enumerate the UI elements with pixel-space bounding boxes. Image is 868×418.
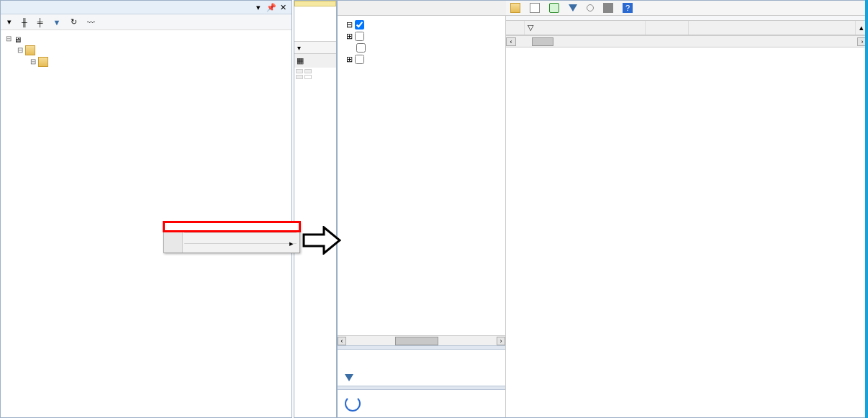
folder-icon (38, 57, 48, 67)
col-message[interactable] (689, 21, 856, 35)
grid-scrollbar[interactable]: ‹ › (506, 35, 867, 47)
log-viewer-left-column: ⊟ ⊞ ⊞ ‹ › (338, 16, 506, 417)
context-refresh[interactable] (164, 245, 299, 253)
scroll-right-icon[interactable]: › (497, 337, 505, 345)
folder-open-icon (510, 3, 520, 13)
collapse-icon[interactable]: ⊟ (346, 20, 353, 29)
context-menu: ▸ (163, 222, 300, 253)
zoom-level[interactable]: ▾ (294, 41, 336, 53)
status-body (338, 350, 505, 386)
help-icon: ? (623, 3, 633, 13)
load-log-button[interactable] (510, 3, 523, 13)
col-source[interactable] (646, 21, 689, 35)
checkbox-agent[interactable] (355, 32, 364, 41)
results-col-header[interactable] (304, 69, 312, 73)
sql-server-logs-node[interactable]: ⊟ (2, 56, 290, 68)
management-node[interactable]: ⊟ (2, 45, 290, 56)
expand-icon[interactable]: ⊞ (346, 32, 353, 41)
query-pane: ▾ ▦ (294, 0, 337, 418)
server-icon: 🖥 (14, 34, 24, 44)
results-grid (294, 68, 313, 81)
tree-sql-server[interactable]: ⊟ (340, 19, 502, 30)
context-view-sql-server-log[interactable] (163, 221, 301, 232)
log-file-viewer: ? ⊟ ⊞ ⊞ ‹ › ▽ (337, 0, 868, 418)
search-icon (587, 4, 594, 12)
select-logs-tree[interactable]: ⊟ ⊞ ⊞ (338, 16, 505, 68)
refresh-button[interactable] (549, 3, 561, 13)
pane-buttons: ▾ 📌 ✕ (253, 3, 287, 12)
expand-icon[interactable]: ⊞ (346, 55, 353, 64)
tree-sql-server-agent[interactable]: ⊞ (340, 30, 502, 42)
results-tab[interactable]: ▦ (294, 53, 336, 68)
export-button[interactable] (530, 3, 542, 13)
checkbox-dbmail[interactable] (356, 43, 366, 53)
selected-row-details (506, 47, 867, 62)
object-explorer-tree[interactable]: ⊟🖥 ⊟ ⊟ (1, 30, 291, 71)
filter-button[interactable] (569, 4, 579, 12)
scroll-left-icon[interactable]: ‹ (506, 37, 516, 46)
activity-icon[interactable]: 〰 (85, 17, 97, 27)
close-icon[interactable]: ✕ (279, 3, 287, 12)
window-border (865, 0, 868, 418)
object-explorer-toolbar: ▾ ╫ ╪ ▼ ↻ 〰 (1, 14, 291, 30)
folder-icon (25, 45, 35, 55)
stop-button[interactable] (603, 3, 615, 13)
object-explorer-pane: ▾ 📌 ✕ ▾ ╫ ╪ ▼ ↻ 〰 ⊟🖥 ⊟ ⊟ (0, 0, 292, 418)
dropdown-icon[interactable]: ▾ (254, 3, 263, 12)
context-separator (184, 243, 297, 244)
pin-icon[interactable]: 📌 (266, 3, 275, 12)
scroll-thumb[interactable] (395, 337, 438, 345)
tree-database-mail[interactable] (340, 42, 502, 53)
filter-icon (569, 4, 577, 12)
last-refresh-value (345, 354, 498, 365)
results-cell[interactable] (304, 75, 312, 79)
progress-spinner-icon (345, 396, 361, 412)
results-row-header[interactable] (296, 75, 303, 79)
context-reports[interactable]: ▸ (164, 235, 299, 242)
checkbox-sql-server[interactable] (355, 20, 364, 29)
log-grid-header: ▽ ▴ (506, 21, 867, 35)
log-viewer-toolbar: ? (506, 1, 867, 16)
sort-desc-icon: ▽ (528, 23, 533, 32)
server-node[interactable]: ⊟🖥 (2, 33, 290, 45)
object-explorer-title-bar: ▾ 📌 ✕ (1, 1, 291, 14)
col-date[interactable]: ▽ (525, 21, 646, 35)
context-separator (184, 232, 297, 233)
tree-scrollbar[interactable]: ‹ › (338, 335, 505, 345)
select-logs-header (338, 1, 506, 16)
tool-icon-2[interactable]: ╪ (35, 17, 45, 27)
refresh-icon[interactable]: ↻ (68, 17, 79, 27)
tree-windows-nt[interactable]: ⊞ (340, 53, 502, 65)
log-viewer-right-column: ▽ ▴ ‹ › (506, 16, 867, 417)
filter-icon[interactable]: ▼ (51, 17, 63, 27)
search-button[interactable] (587, 4, 596, 12)
help-button[interactable]: ? (623, 3, 635, 13)
query-text[interactable] (294, 6, 336, 12)
tool-icon-1[interactable]: ╫ (19, 17, 30, 27)
connect-dropdown[interactable]: ▾ (5, 17, 14, 27)
progress-body (338, 390, 505, 417)
refresh-icon (549, 3, 559, 13)
scroll-left-icon[interactable]: ‹ (338, 337, 346, 345)
export-icon (530, 3, 540, 13)
query-tab[interactable] (294, 1, 336, 6)
scroll-thumb[interactable] (532, 37, 553, 46)
filter-icon (345, 374, 353, 381)
log-summary (506, 16, 867, 21)
checkbox-winnt[interactable] (355, 55, 364, 64)
stop-icon (603, 3, 613, 13)
annotation-arrow (302, 226, 341, 255)
